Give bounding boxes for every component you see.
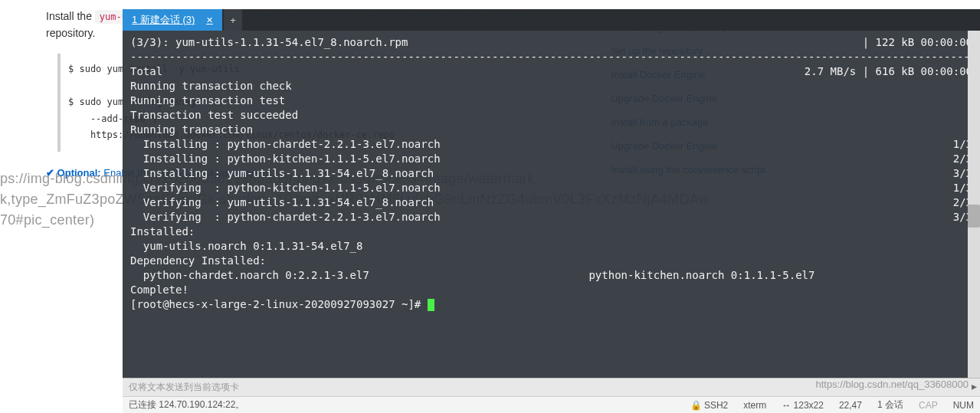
terminal-line: Transaction test succeeded xyxy=(130,108,972,123)
terminal-line: Verifying : python-kitchen-1.1.1-5.el7.n… xyxy=(130,181,972,195)
terminal-line: Installing : yum-utils-1.1.31-54.el7_8.n… xyxy=(130,166,972,181)
text: repository. xyxy=(46,27,95,39)
tab-bar: 1 新建会话 (3) ✕ + xyxy=(123,9,980,31)
terminal-window: 1 新建会话 (3) ✕ + (3/3): yum-utils-1.1.31-5… xyxy=(123,9,980,413)
terminal-line: Installing : python-chardet-2.2.1-3.el7.… xyxy=(130,137,972,152)
csdn-watermark: https://blog.csdn.net/qq_33608000 xyxy=(816,379,969,390)
status-bar: 已连接 124.70.190.124:22。 🔒 SSH2 xterm ↔ 12… xyxy=(123,396,980,413)
terminal-line: (3/3): yum-utils-1.1.31-54.el7_8.noarch.… xyxy=(130,35,972,50)
terminal-line: Total2.7 MB/s | 616 kB 00:00:00 xyxy=(130,64,972,79)
terminal-line: python-chardet.noarch 0:2.2.1-3.el7 pyth… xyxy=(130,268,972,283)
terminal-prompt-line: [root@hecs-x-large-2-linux-2020092709302… xyxy=(130,297,972,312)
terminal-line: Running transaction test xyxy=(130,93,972,108)
terminal-line: Complete! xyxy=(130,283,972,297)
scrollbar[interactable] xyxy=(968,31,980,378)
tab-label: 1 新建会话 (3) xyxy=(132,13,195,27)
input-placeholder: 仅将文本发送到当前选项卡 xyxy=(129,381,239,394)
terminal-line: Verifying : python-chardet-2.2.1-3.el7.n… xyxy=(130,210,972,225)
close-icon[interactable]: ✕ xyxy=(206,15,213,25)
terminal-line: Running transaction check xyxy=(130,79,972,93)
status-rows: 1 会话 xyxy=(877,398,903,411)
terminal-line: Installing : python-kitchen-1.1.1-5.el7.… xyxy=(130,152,972,166)
terminal-line: Dependency Installed: xyxy=(130,254,972,268)
cursor xyxy=(428,299,434,311)
add-tab-button[interactable]: + xyxy=(224,9,242,31)
status-cursor: 22,47 xyxy=(839,400,862,411)
text: Install the xyxy=(46,10,95,22)
terminal-line: ----------------------------------------… xyxy=(130,50,972,64)
terminal-line: Running transaction xyxy=(130,123,972,137)
status-size: ↔ 123x22 xyxy=(782,400,824,411)
status-term: xterm xyxy=(743,400,766,411)
terminal-line: Verifying : yum-utils-1.1.31-54.el7_8.no… xyxy=(130,195,972,210)
status-num: NUM xyxy=(953,400,974,411)
scrollbar-thumb[interactable] xyxy=(968,205,980,228)
terminal-line: yum-utils.noarch 0:1.1.31-54.el7_8 xyxy=(130,239,972,254)
session-tab[interactable]: 1 新建会话 (3) ✕ xyxy=(123,9,222,31)
chevron-right-icon[interactable]: ▸ xyxy=(972,380,977,392)
status-ssh: 🔒 SSH2 xyxy=(690,400,729,411)
terminal-body[interactable]: (3/3): yum-utils-1.1.31-54.el7_8.noarch.… xyxy=(123,31,980,378)
terminal-line: Installed: xyxy=(130,225,972,239)
status-cap: CAP xyxy=(919,400,938,411)
status-connection: 已连接 124.70.190.124:22。 xyxy=(129,398,244,411)
